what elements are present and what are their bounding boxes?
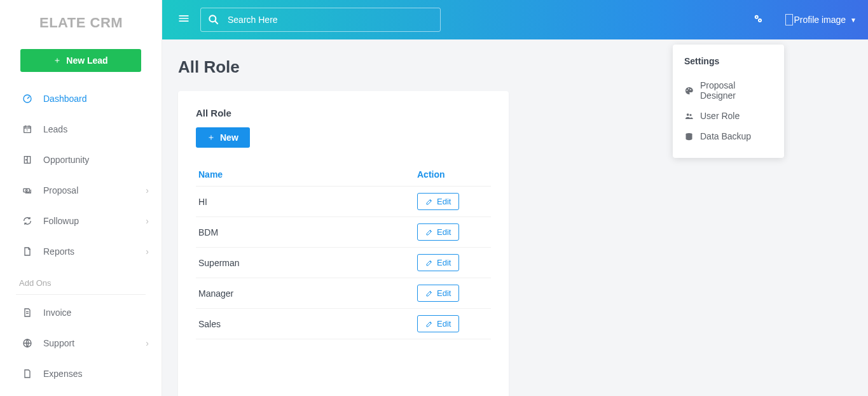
users-icon — [684, 111, 694, 121]
edit-button[interactable]: Edit — [417, 193, 459, 210]
col-action: Action — [415, 163, 491, 187]
svg-point-4 — [25, 159, 26, 160]
action-cell: Edit — [415, 187, 491, 217]
chevron-right-icon: › — [146, 216, 149, 226]
settings-item-data-backup[interactable]: Data Backup — [684, 126, 773, 146]
sidebar-item-leads[interactable]: ? Leads — [0, 114, 162, 145]
role-name: Sales — [196, 309, 415, 339]
action-cell: Edit — [415, 217, 491, 248]
chevron-right-icon: › — [146, 338, 149, 348]
sidebar-item-label: Invoice — [43, 308, 71, 318]
door-icon — [22, 155, 43, 165]
settings-item-label: User Role — [700, 111, 740, 121]
new-button[interactable]: New — [196, 127, 250, 148]
role-table: Name Action HIEditBDMEditSupermanEditMan… — [196, 163, 491, 339]
svg-point-12 — [759, 20, 761, 21]
new-button-label: New — [220, 132, 238, 143]
sidebar-item-label: Opportunity — [43, 155, 89, 165]
settings-popover: Settings Proposal Designer User Role Dat… — [673, 45, 784, 158]
globe-icon — [22, 338, 43, 348]
sidebar-item-expenses[interactable]: Expenses — [0, 358, 162, 389]
edit-button[interactable]: Edit — [417, 223, 459, 241]
main-area: Profile image ▼ All Role All Role New Na… — [162, 0, 868, 396]
edit-label: Edit — [437, 227, 451, 237]
sidebar-item-support[interactable]: Support › — [0, 328, 162, 358]
money-icon — [22, 185, 43, 195]
role-name: Manager — [196, 278, 415, 309]
table-row: ManagerEdit — [196, 278, 491, 309]
action-cell: Edit — [415, 309, 491, 339]
palette-icon — [684, 86, 694, 95]
sync-icon — [22, 216, 43, 226]
addons-header: Add Ons — [0, 267, 162, 294]
settings-item-user-role[interactable]: User Role — [684, 106, 773, 126]
sidebar: ELATE CRM New Lead Dashboard ? Leads Opp… — [0, 0, 162, 396]
edit-icon — [425, 229, 433, 236]
edit-label: Edit — [437, 258, 451, 267]
svg-point-8 — [209, 15, 216, 22]
new-lead-button[interactable]: New Lead — [20, 49, 141, 72]
sidebar-item-label: Support — [43, 338, 74, 348]
settings-item-label: Proposal Designer — [700, 80, 773, 101]
edit-button[interactable]: Edit — [417, 285, 459, 302]
plus-icon — [207, 134, 215, 141]
sidebar-item-opportunity[interactable]: Opportunity — [0, 145, 162, 175]
brand-title: ELATE CRM — [0, 0, 162, 43]
chevron-right-icon: › — [146, 185, 149, 195]
database-icon — [684, 132, 694, 141]
sidebar-item-followup[interactable]: Followup › — [0, 206, 162, 236]
avatar — [785, 14, 793, 25]
sidebar-item-reports[interactable]: Reports › — [0, 236, 162, 267]
menu-icon[interactable] — [175, 10, 193, 30]
settings-item-proposal-designer[interactable]: Proposal Designer — [684, 75, 773, 106]
edit-label: Edit — [437, 288, 451, 298]
gauge-icon — [22, 94, 43, 104]
role-name: Superman — [196, 248, 415, 278]
table-row: SupermanEdit — [196, 248, 491, 278]
svg-point-17 — [689, 114, 691, 116]
sidebar-item-proposal[interactable]: Proposal › — [0, 175, 162, 206]
svg-point-6 — [25, 190, 27, 192]
sidebar-item-label: Proposal — [43, 185, 78, 195]
search-input[interactable] — [228, 15, 434, 25]
gear-icon[interactable] — [750, 10, 766, 29]
action-cell: Edit — [415, 278, 491, 309]
svg-point-10 — [756, 17, 757, 18]
chevron-right-icon: › — [146, 246, 149, 257]
profile-label: Profile image — [794, 15, 846, 25]
col-name: Name — [196, 163, 415, 187]
svg-point-13 — [686, 89, 687, 90]
sidebar-item-label: Expenses — [43, 369, 82, 379]
role-name: BDM — [196, 217, 415, 248]
chevron-down-icon: ▼ — [850, 17, 857, 24]
topbar: Profile image ▼ — [162, 0, 868, 39]
role-name: HI — [196, 187, 415, 217]
calendar-icon: ? — [22, 124, 43, 134]
file-icon — [22, 246, 43, 257]
table-row: SalesEdit — [196, 309, 491, 339]
section-divider — [16, 294, 146, 295]
svg-point-16 — [687, 113, 689, 116]
profile-menu[interactable]: Profile image ▼ — [785, 14, 857, 25]
invoice-icon — [22, 308, 43, 318]
receipt-icon — [22, 369, 43, 379]
action-cell: Edit — [415, 248, 491, 278]
edit-label: Edit — [437, 319, 451, 329]
settings-item-label: Data Backup — [700, 131, 751, 141]
edit-label: Edit — [437, 197, 451, 206]
search-icon — [207, 13, 220, 26]
sidebar-item-label: Followup — [43, 216, 79, 226]
edit-icon — [425, 259, 433, 267]
edit-icon — [425, 290, 433, 297]
svg-point-14 — [688, 88, 689, 89]
edit-icon — [425, 198, 433, 206]
sidebar-item-label: Dashboard — [43, 94, 87, 104]
plus-icon — [53, 57, 61, 64]
edit-button[interactable]: Edit — [417, 254, 459, 271]
sidebar-item-dashboard[interactable]: Dashboard — [0, 83, 162, 114]
edit-button[interactable]: Edit — [417, 315, 459, 332]
search-container — [200, 8, 441, 32]
table-row: HIEdit — [196, 187, 491, 217]
sidebar-item-invoice[interactable]: Invoice — [0, 297, 162, 328]
settings-title: Settings — [684, 56, 773, 66]
